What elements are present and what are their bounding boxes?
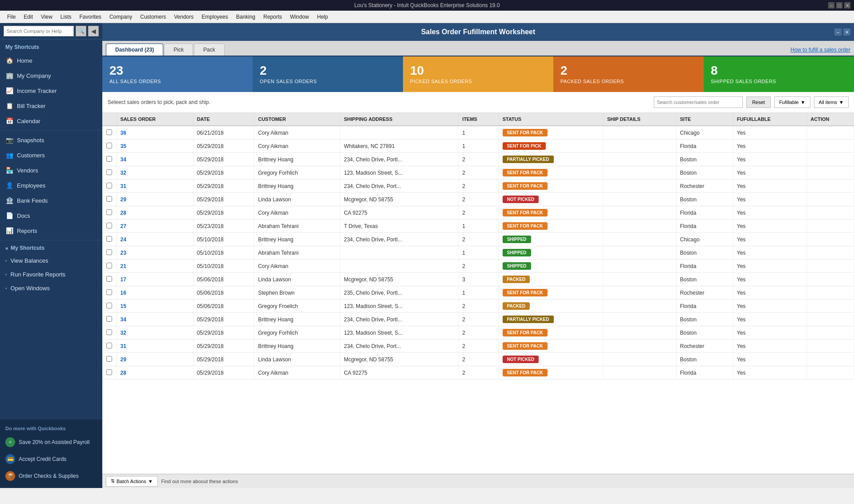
menu-lists[interactable]: Lists xyxy=(57,12,75,21)
sidebar-item-run-reports[interactable]: ▪ Run Favorite Reports xyxy=(0,268,102,281)
row-sales-order[interactable]: 28 xyxy=(117,206,193,220)
row-checkbox[interactable] xyxy=(106,303,112,308)
row-sales-order[interactable]: 34 xyxy=(117,153,193,166)
row-checkbox[interactable] xyxy=(106,143,112,148)
menu-window[interactable]: Window xyxy=(286,12,313,21)
search-sales-order-input[interactable] xyxy=(654,96,743,108)
row-checkbox[interactable] xyxy=(106,223,112,228)
row-checkbox[interactable] xyxy=(106,369,112,375)
row-checkbox[interactable] xyxy=(106,196,112,202)
row-checkbox[interactable] xyxy=(106,129,112,135)
row-sales-order[interactable]: 23 xyxy=(117,246,193,260)
col-customer[interactable]: CUSTOMER xyxy=(254,113,340,126)
menu-view[interactable]: View xyxy=(37,12,56,21)
row-sales-order[interactable]: 32 xyxy=(117,326,193,340)
fulfillable-dropdown[interactable]: Fufillable ▼ xyxy=(774,96,810,108)
col-fulfillable[interactable]: FUFUILLABLE xyxy=(733,113,807,126)
row-sales-order[interactable]: 21 xyxy=(117,260,193,273)
row-sales-order[interactable]: 16 xyxy=(117,286,193,300)
row-sales-order[interactable]: 31 xyxy=(117,340,193,353)
sidebar-item-reports[interactable]: 📊 Reports xyxy=(0,223,102,238)
menu-employees[interactable]: Employees xyxy=(198,12,231,21)
tab-dashboard[interactable]: Dashboard (23) xyxy=(106,44,163,56)
menu-reports[interactable]: Reports xyxy=(260,12,286,21)
sidebar-item-calendar[interactable]: 📅 Calendar xyxy=(0,113,102,128)
row-checkbox[interactable] xyxy=(106,209,112,215)
row-sales-order[interactable]: 27 xyxy=(117,220,193,233)
sidebar-item-income-tracker[interactable]: 📈 Income Tracker xyxy=(0,83,102,98)
col-sales-order[interactable]: SALES ORDER xyxy=(117,113,193,126)
sidebar-item-open-windows[interactable]: ▪ Open Windows xyxy=(0,281,102,295)
tab-pack[interactable]: Pack xyxy=(194,44,225,56)
row-checkbox[interactable] xyxy=(106,169,112,175)
sidebar-item-payroll[interactable]: + Save 20% on Assisted Payroll xyxy=(0,434,102,451)
row-sales-order[interactable]: 29 xyxy=(117,353,193,366)
col-site[interactable]: SITE xyxy=(676,113,733,126)
row-checkbox[interactable] xyxy=(106,236,112,242)
collapse-sidebar-button[interactable]: ◀ xyxy=(88,26,99,36)
menu-company[interactable]: Company xyxy=(106,12,136,21)
close-button[interactable]: ✕ xyxy=(844,2,850,8)
row-sales-order[interactable]: 32 xyxy=(117,166,193,180)
row-sales-order[interactable]: 17 xyxy=(117,273,193,286)
sidebar-item-credit-cards[interactable]: 💳 Accept Credit Cards xyxy=(0,451,102,468)
row-checkbox[interactable] xyxy=(106,156,112,162)
menu-edit[interactable]: Edit xyxy=(20,12,36,21)
sidebar-item-docs[interactable]: 📄 Docs xyxy=(0,208,102,223)
col-items[interactable]: ITEMS xyxy=(459,113,499,126)
sidebar-item-bank-feeds[interactable]: 🏦 Bank Feeds xyxy=(0,193,102,208)
menu-banking[interactable]: Banking xyxy=(233,12,259,21)
maximize-button[interactable]: □ xyxy=(836,2,842,8)
how-to-link[interactable]: How to fufill a sales order xyxy=(790,47,850,56)
row-sales-order[interactable]: 15 xyxy=(117,300,193,313)
sidebar-item-home[interactable]: 🏠 Home xyxy=(0,53,102,68)
stat-all-number: 23 xyxy=(109,64,246,77)
row-sales-order[interactable]: 29 xyxy=(117,193,193,206)
row-sales-order[interactable]: 34 xyxy=(117,313,193,326)
col-status[interactable]: STATUS xyxy=(499,113,603,126)
sidebar-item-checks-supplies[interactable]: 📦 Order Checks & Supplies xyxy=(0,468,102,484)
menu-vendors[interactable]: Vendors xyxy=(170,12,197,21)
search-input[interactable] xyxy=(4,26,74,36)
sidebar-item-employees[interactable]: 👤 Employees xyxy=(0,178,102,193)
row-sales-order[interactable]: 36 xyxy=(117,126,193,140)
row-sales-order[interactable]: 35 xyxy=(117,140,193,153)
sidebar-item-customers[interactable]: 👥 Customers xyxy=(0,148,102,163)
sidebar-item-snapshots[interactable]: 📷 Snapshots xyxy=(0,132,102,148)
row-checkbox[interactable] xyxy=(106,183,112,188)
row-checkbox[interactable] xyxy=(106,263,112,268)
sidebar-item-view-balances[interactable]: ▪ View Balances xyxy=(0,254,102,268)
row-checkbox[interactable] xyxy=(106,316,112,322)
row-sales-order[interactable]: 31 xyxy=(117,180,193,193)
sidebar-item-vendors[interactable]: 🏪 Vendors xyxy=(0,163,102,178)
menu-file[interactable]: File xyxy=(4,12,19,21)
row-checkbox[interactable] xyxy=(106,356,112,362)
content-minimize-button[interactable]: – xyxy=(834,28,842,36)
row-sales-order[interactable]: 28 xyxy=(117,366,193,380)
tab-pick[interactable]: Pick xyxy=(164,44,193,56)
menu-favorites[interactable]: Favorites xyxy=(76,12,105,21)
all-items-dropdown[interactable]: All items ▼ xyxy=(814,96,849,108)
sidebar-item-bill-tracker[interactable]: 📋 Bill Tracker xyxy=(0,98,102,113)
batch-actions-button[interactable]: ⇅ Batch Actions ▼ xyxy=(106,476,158,487)
title-bar: Lou's Stationery - Intuit QuickBooks Ent… xyxy=(0,0,854,11)
col-shipping-address[interactable]: SHIPPING ADDRESS xyxy=(340,113,459,126)
stat-open-sales-orders: 2 OPEN SALES ORDERS xyxy=(253,56,403,92)
search-button[interactable]: 🔍 xyxy=(76,26,86,36)
row-sales-order[interactable]: 24 xyxy=(117,233,193,246)
menu-help[interactable]: Help xyxy=(314,12,332,21)
content-close-button[interactable]: ✕ xyxy=(843,28,850,36)
col-action[interactable]: ACTION xyxy=(807,113,854,126)
sidebar-item-my-company[interactable]: 🏢 My Company xyxy=(0,68,102,83)
minimize-button[interactable]: – xyxy=(828,2,834,8)
row-checkbox[interactable] xyxy=(106,329,112,335)
row-checkbox[interactable] xyxy=(106,249,112,255)
row-address xyxy=(340,246,459,260)
reset-button[interactable]: Reset xyxy=(746,96,771,108)
row-checkbox[interactable] xyxy=(106,276,112,282)
menu-customers[interactable]: Customers xyxy=(137,12,169,21)
col-date[interactable]: DATE xyxy=(193,113,254,126)
row-checkbox[interactable] xyxy=(106,343,112,348)
row-checkbox[interactable] xyxy=(106,289,112,295)
col-ship-details[interactable]: SHIP DETAILS xyxy=(603,113,676,126)
